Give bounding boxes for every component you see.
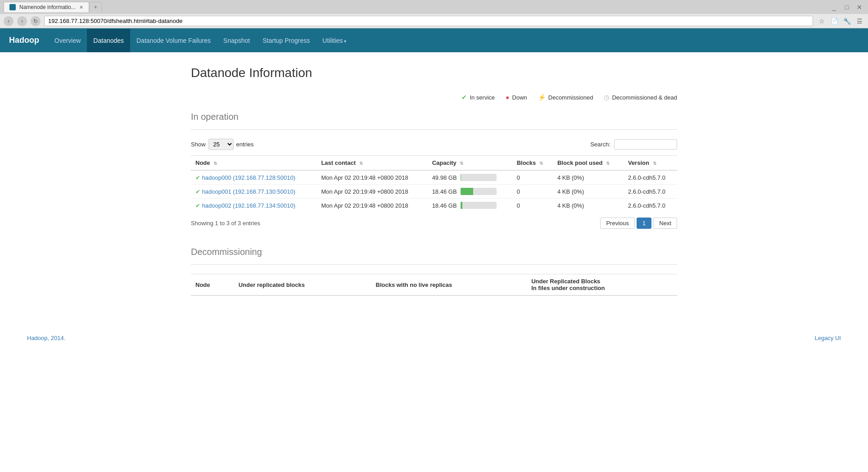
decomm-col-node: Node [191, 274, 234, 296]
legend-in-service: ✔ In service [461, 94, 495, 101]
cell-version-2: 2.6.0-cdh5.7.0 [624, 199, 677, 213]
nav-item-startup-progress[interactable]: Startup Progress [256, 29, 316, 52]
node-check-icon-1: ✔ [195, 188, 200, 195]
pagination-buttons: Previous 1 Next [600, 218, 677, 229]
cell-node-0: ✔ hadoop000 (192.168.77.128:50010) [191, 170, 316, 185]
node-link-2[interactable]: hadoop002 (192.168.77.134:50010) [202, 202, 295, 209]
pagination-row: Showing 1 to 3 of 3 entries Previous 1 N… [191, 218, 677, 229]
tab-close-button[interactable]: ✕ [79, 5, 83, 10]
node-link-1[interactable]: hadoop001 (192.168.77.130:50010) [202, 188, 295, 195]
in-operation-table: Node ⇅ Last contact ⇅ Capacity ⇅ Blocks … [191, 155, 677, 212]
previous-button[interactable]: Previous [600, 218, 635, 229]
new-tab-button[interactable]: + [89, 2, 102, 12]
cell-block-pool-used-0: 4 KB (0%) [553, 170, 624, 185]
back-button[interactable]: ‹ [4, 16, 14, 26]
capacity-bar-1 [461, 188, 497, 195]
cell-node-2: ✔ hadoop002 (192.168.77.134:50010) [191, 199, 316, 213]
col-last-contact[interactable]: Last contact ⇅ [316, 156, 427, 171]
table-body: ✔ hadoop000 (192.168.77.128:50010) Mon A… [191, 170, 677, 212]
nav-link-datanode-volume-failures[interactable]: Datanode Volume Failures [130, 29, 217, 52]
forward-button[interactable]: › [17, 16, 27, 26]
in-service-icon: ✔ [461, 94, 467, 101]
minimize-button[interactable]: _ [829, 2, 839, 12]
entries-label: entries [236, 141, 254, 148]
sort-blocks-icon: ⇅ [539, 161, 543, 166]
decomm-col-under-construction: Under Replicated BlocksIn files under co… [527, 274, 677, 296]
footer: Hadoop, 2014. Legacy UI [0, 327, 868, 349]
legacy-ui-link[interactable]: Legacy UI [814, 335, 841, 341]
col-blocks[interactable]: Blocks ⇅ [512, 156, 553, 171]
close-button[interactable]: ✕ [854, 2, 864, 12]
in-operation-divider [191, 129, 677, 130]
nav-item-datanodes[interactable]: Datanodes [87, 29, 130, 52]
reload-button[interactable]: ↻ [31, 16, 41, 26]
nav-link-datanodes[interactable]: Datanodes [87, 29, 130, 52]
page-title: Datanode Information [191, 66, 677, 80]
search-input[interactable] [614, 139, 677, 150]
decommissioned-dead-icon: ◷ [604, 94, 609, 101]
nav-link-snapshot[interactable]: Snapshot [217, 29, 256, 52]
cell-version-0: 2.6.0-cdh5.7.0 [624, 170, 677, 185]
capacity-value-2: 18.46 GB [432, 202, 457, 209]
col-node[interactable]: Node ⇅ [191, 156, 316, 171]
nav-link-overview[interactable]: Overview [48, 29, 87, 52]
nav-item-datanode-volume-failures[interactable]: Datanode Volume Failures [130, 29, 217, 52]
sort-contact-icon: ⇅ [359, 161, 363, 166]
legend-decommissioned: ⚡ Decommissioned [538, 94, 593, 101]
browser-tab[interactable]: Namenode informatio... ✕ [4, 2, 89, 12]
table-row: ✔ hadoop000 (192.168.77.128:50010) Mon A… [191, 170, 677, 185]
show-entries-control: Show 10 25 50 100 entries [191, 139, 254, 150]
nav-link-utilities[interactable]: Utilities [316, 29, 353, 52]
node-check-icon-0: ✔ [195, 174, 200, 181]
in-operation-title: In operation [191, 112, 677, 122]
pdf-icon[interactable]: 📄 [829, 16, 839, 26]
search-box: Search: [590, 139, 677, 150]
tab-title: Namenode informatio... [19, 4, 76, 10]
page-1-button[interactable]: 1 [637, 218, 651, 229]
legend-down: ● Down [506, 94, 527, 101]
capacity-bar-fill-1 [461, 188, 473, 195]
showing-text: Showing 1 to 3 of 3 entries [191, 220, 260, 227]
header-row: Node ⇅ Last contact ⇅ Capacity ⇅ Blocks … [191, 156, 677, 171]
decomm-header-row: Node Under replicated blocks Blocks with… [191, 274, 677, 296]
nav-item-snapshot[interactable]: Snapshot [217, 29, 256, 52]
footer-copyright: Hadoop, 2014. [27, 335, 65, 341]
capacity-bar-0 [461, 174, 497, 181]
capacity-bar-2 [461, 202, 497, 209]
next-button[interactable]: Next [653, 218, 677, 229]
col-capacity[interactable]: Capacity ⇅ [428, 156, 512, 171]
cell-last-contact-1: Mon Apr 02 20:19:49 +0800 2018 [316, 185, 427, 199]
legend-decommissioned-dead: ◷ Decommissioned & dead [604, 94, 677, 101]
nav-item-overview[interactable]: Overview [48, 29, 87, 52]
table-row: ✔ hadoop001 (192.168.77.130:50010) Mon A… [191, 185, 677, 199]
decommissioning-table: Node Under replicated blocks Blocks with… [191, 274, 677, 296]
navbar-nav: Overview Datanodes Datanode Volume Failu… [48, 29, 353, 52]
browser-chrome: Namenode informatio... ✕ + _ □ ✕ ‹ › ↻ ☆… [0, 0, 868, 28]
legend-decommissioned-label: Decommissioned [548, 94, 593, 101]
col-version[interactable]: Version ⇅ [624, 156, 677, 171]
url-bar[interactable] [44, 16, 813, 26]
nav-link-startup-progress[interactable]: Startup Progress [256, 29, 316, 52]
maximize-button[interactable]: □ [842, 2, 852, 12]
node-link-0[interactable]: hadoop000 (192.168.77.128:50010) [202, 174, 295, 181]
browser-addressbar: ‹ › ↻ ☆ 📄 🔧 ☰ [0, 14, 868, 28]
bookmark-star-icon[interactable]: ☆ [817, 16, 827, 26]
cell-capacity-0: 49.98 GB [428, 170, 512, 185]
nav-item-utilities[interactable]: Utilities [316, 29, 353, 52]
navbar-brand: Hadoop [9, 28, 48, 52]
status-legend: ✔ In service ● Down ⚡ Decommissioned ◷ D… [191, 94, 677, 101]
navbar: Hadoop Overview Datanodes Datanode Volum… [0, 28, 868, 52]
table-row: ✔ hadoop002 (192.168.77.134:50010) Mon A… [191, 199, 677, 213]
cell-capacity-1: 18.46 GB [428, 185, 512, 199]
col-block-pool-used[interactable]: Block pool used ⇅ [553, 156, 624, 171]
cell-node-1: ✔ hadoop001 (192.168.77.130:50010) [191, 185, 316, 199]
menu-icon[interactable]: ☰ [854, 16, 864, 26]
extension-icon[interactable]: 🔧 [842, 16, 852, 26]
search-label: Search: [590, 141, 610, 148]
sort-pool-icon: ⇅ [606, 161, 610, 166]
show-entries-select[interactable]: 10 25 50 100 [208, 139, 234, 150]
cell-blocks-2: 0 [512, 199, 553, 213]
table-controls: Show 10 25 50 100 entries Search: [191, 139, 677, 150]
node-check-icon-2: ✔ [195, 202, 200, 209]
decommissioning-title: Decommissioning [191, 247, 677, 257]
